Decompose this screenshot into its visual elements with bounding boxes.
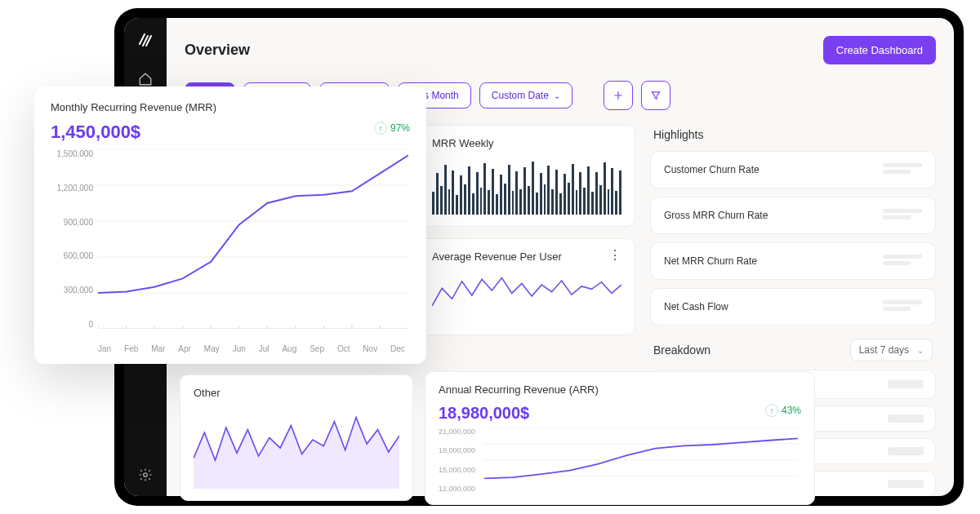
highlight-item[interactable]: Gross MRR Churn Rate [650,197,936,234]
filter-button[interactable] [641,81,670,110]
placeholder-icon [883,255,922,268]
highlight-label: Net Cash Flow [664,301,728,312]
highlight-label: Net MRR Churn Rate [664,255,757,267]
settings-icon[interactable] [137,467,154,483]
home-icon[interactable] [137,71,154,87]
logo-icon [138,33,153,51]
breakdown-header: Breakdown Last 7 days ⌄ [653,339,933,361]
arr-title: Annual Recurring Revenue (ARR) [439,383,801,396]
arpu-title: Average Revenue Per User [432,250,621,263]
arr-delta-value: 43% [782,405,801,416]
placeholder-icon [883,300,922,313]
breakdown-title: Breakdown [653,343,710,357]
mrr-monthly-card: Monthly Recurring Revenue (MRR) ↑ 97% 1,… [34,86,426,364]
mrr-chart: 1,500,0001,200,000900,000600,000300,0000… [51,149,410,353]
arrow-up-icon: ↑ [374,122,387,135]
create-dashboard-button[interactable]: Create Dashboard [823,36,936,64]
svg-point-1 [144,473,148,477]
highlights-list: Customer Churn RateGross MRR Churn RateN… [650,151,936,326]
placeholder-icon [888,414,924,423]
highlight-label: Gross MRR Churn Rate [664,210,768,221]
highlight-label: Customer Churn Rate [664,164,760,175]
mrr-title: Monthly Recurring Revenue (MRR) [51,101,410,113]
placeholder-icon [888,480,924,488]
arrow-up-icon: ↑ [765,404,778,417]
other-chart [194,407,399,489]
highlights-title: Highlights [653,128,936,141]
breakdown-range-select[interactable]: Last 7 days ⌄ [850,339,933,361]
page-title: Overview [185,42,250,59]
other-card: Other [180,374,413,501]
highlight-item[interactable]: Net Cash Flow [650,288,936,326]
chevron-down-icon: ⌄ [554,91,560,100]
mrr-delta-value: 97% [390,122,410,134]
header: Overview Create Dashboard [185,36,936,64]
arr-chart: 21,000,00018,000,00015,000,00012,000,000 [439,428,801,493]
breakdown-range-label: Last 7 days [859,344,909,356]
mrr-weekly-title: MRR Weekly [432,137,621,149]
other-title: Other [194,387,399,399]
placeholder-icon [883,209,922,222]
mrr-value: 1,450,000$ [51,122,410,143]
mrr-delta: ↑ 97% [374,122,410,135]
filter-custom-date[interactable]: Custom Date ⌄ [479,82,572,109]
add-button[interactable] [604,81,633,110]
arpu-card: ⋮ Average Revenue Per User [418,238,635,335]
arr-delta: ↑ 43% [765,404,801,417]
highlight-item[interactable]: Customer Churn Rate [650,151,936,188]
chevron-down-icon: ⌄ [917,346,924,355]
highlight-item[interactable]: Net MRR Churn Rate [650,242,936,280]
mrr-weekly-card: MRR Weekly [418,125,635,227]
arpu-chart [432,271,621,320]
more-icon[interactable]: ⋮ [608,250,621,260]
placeholder-icon [888,447,924,455]
filter-custom-date-label: Custom Date [492,90,549,101]
arr-value: 18,980,000$ [439,404,801,423]
placeholder-icon [883,163,922,176]
arr-card: Annual Recurring Revenue (ARR) ↑ 43% 18,… [425,371,815,505]
placeholder-icon [888,380,924,388]
mrr-weekly-bars [432,157,621,215]
